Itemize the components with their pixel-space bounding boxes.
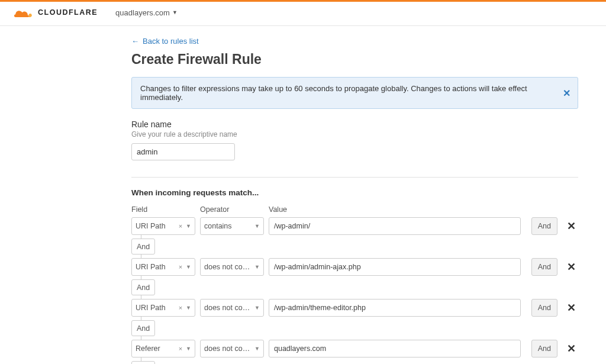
rule-row: URI Path×▼does not cont...▼And✕ xyxy=(131,258,578,276)
chevron-down-icon: ▼ xyxy=(252,223,260,229)
row-actions: And✕ xyxy=(531,258,578,276)
and-button[interactable]: And xyxy=(531,340,557,357)
column-headers: Field Operator Value xyxy=(131,205,578,214)
row-actions: And✕ xyxy=(531,299,578,317)
chevron-down-icon: ▼ xyxy=(252,264,260,270)
rules-area: Field Operator Value URI Path×▼contains▼… xyxy=(131,205,578,364)
info-notice: Changes to filter expressions may take u… xyxy=(131,77,578,109)
clear-icon[interactable]: × xyxy=(178,223,183,230)
back-link[interactable]: ← Back to rules list xyxy=(131,37,199,46)
value-input[interactable] xyxy=(269,340,521,357)
col-value-label: Value xyxy=(269,205,578,214)
row-actions: And✕ xyxy=(531,340,578,357)
and-button[interactable]: And xyxy=(531,217,557,235)
operator-select-value: contains xyxy=(204,222,252,230)
operator-select[interactable]: does not cont...▼ xyxy=(200,299,264,317)
connector-button[interactable]: And xyxy=(131,320,155,336)
chevron-down-icon: ▼ xyxy=(252,305,260,311)
connector-row: And xyxy=(131,361,578,364)
divider xyxy=(131,177,578,178)
field-select-value: URI Path xyxy=(136,263,178,271)
header: CLOUDFLARE quadlayers.com ▼ xyxy=(0,2,606,26)
cloudflare-icon xyxy=(12,7,34,18)
connector-button[interactable]: And xyxy=(131,279,155,295)
remove-rule-icon[interactable]: ✕ xyxy=(565,301,578,314)
rule-name-input[interactable] xyxy=(131,143,235,160)
and-button[interactable]: And xyxy=(531,258,557,276)
main-content: ← Back to rules list Create Firewall Rul… xyxy=(131,26,578,364)
operator-select-value: does not cont... xyxy=(204,304,252,312)
clear-icon[interactable]: × xyxy=(178,345,183,352)
clear-icon[interactable]: × xyxy=(178,263,183,270)
close-icon[interactable]: ✕ xyxy=(563,88,570,99)
connector-button[interactable]: And xyxy=(131,361,155,364)
remove-rule-icon[interactable]: ✕ xyxy=(565,342,578,355)
chevron-down-icon: ▼ xyxy=(172,9,178,15)
connector-row: And xyxy=(131,320,578,336)
field-select[interactable]: URI Path×▼ xyxy=(131,299,195,317)
match-heading: When incoming requests match... xyxy=(131,188,578,197)
brand-name: CLOUDFLARE xyxy=(38,8,98,17)
domain-selector[interactable]: quadlayers.com ▼ xyxy=(115,8,178,17)
operator-select[interactable]: does not cont...▼ xyxy=(200,340,264,357)
operator-select-value: does not cont... xyxy=(204,263,252,271)
brand-logo: CLOUDFLARE xyxy=(12,7,98,18)
field-select[interactable]: URI Path×▼ xyxy=(131,217,195,235)
field-select[interactable]: Referer×▼ xyxy=(131,340,195,357)
clear-icon[interactable]: × xyxy=(178,304,183,311)
domain-selector-label: quadlayers.com xyxy=(115,8,170,17)
connector-row: And xyxy=(131,239,578,255)
field-select-value: Referer xyxy=(136,344,178,353)
operator-select[interactable]: contains▼ xyxy=(200,217,264,235)
chevron-down-icon: ▼ xyxy=(183,346,191,352)
chevron-down-icon: ▼ xyxy=(183,305,191,311)
col-field-label: Field xyxy=(131,205,195,214)
and-button[interactable]: And xyxy=(531,299,557,317)
page-title: Create Firewall Rule xyxy=(131,51,578,67)
field-select-value: URI Path xyxy=(136,222,178,230)
field-select-value: URI Path xyxy=(136,304,178,312)
chevron-down-icon: ▼ xyxy=(183,264,191,270)
value-input[interactable] xyxy=(269,217,521,235)
col-operator-label: Operator xyxy=(200,205,264,214)
remove-rule-icon[interactable]: ✕ xyxy=(565,260,578,273)
value-input[interactable] xyxy=(269,258,521,276)
connector-row: And xyxy=(131,279,578,295)
back-link-label: Back to rules list xyxy=(143,37,199,46)
field-select[interactable]: URI Path×▼ xyxy=(131,258,195,276)
remove-rule-icon[interactable]: ✕ xyxy=(565,220,578,233)
operator-select[interactable]: does not cont...▼ xyxy=(200,258,264,276)
rule-name-label: Rule name xyxy=(131,120,578,129)
operator-select-value: does not cont... xyxy=(204,344,252,353)
rule-row: URI Path×▼does not cont...▼And✕ xyxy=(131,299,578,317)
row-actions: And✕ xyxy=(531,217,578,235)
arrow-left-icon: ← xyxy=(131,37,139,46)
chevron-down-icon: ▼ xyxy=(252,346,260,352)
rule-row: Referer×▼does not cont...▼And✕ xyxy=(131,340,578,357)
connector-button[interactable]: And xyxy=(131,239,155,255)
info-notice-text: Changes to filter expressions may take u… xyxy=(140,84,527,102)
rule-name-help: Give your rule a descriptive name xyxy=(131,130,578,138)
chevron-down-icon: ▼ xyxy=(183,223,191,229)
value-input[interactable] xyxy=(269,299,521,317)
rule-row: URI Path×▼contains▼And✕ xyxy=(131,217,578,235)
